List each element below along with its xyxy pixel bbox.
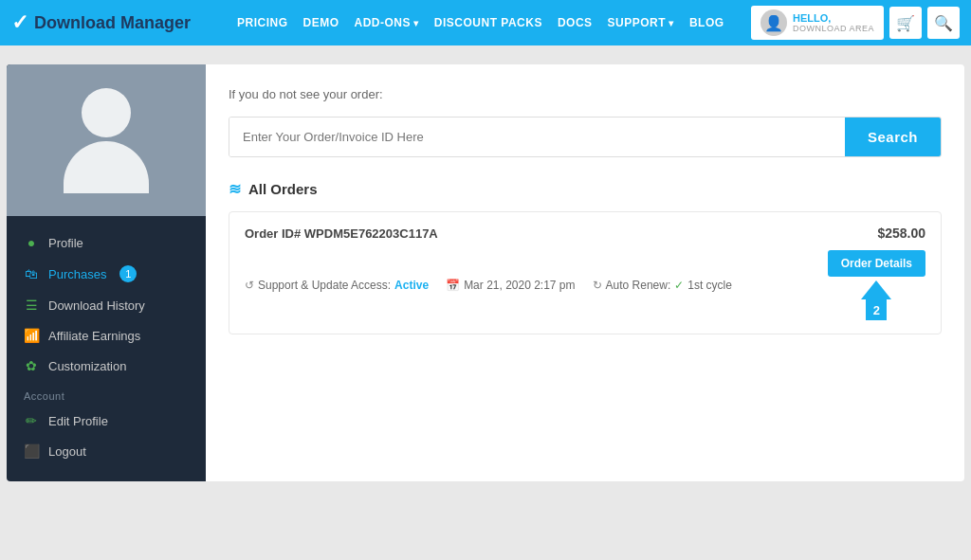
sidebar-item-logout[interactable]: ⬛ Logout — [7, 436, 206, 466]
sidebar-item-label-affiliate: Affiliate Earnings — [48, 329, 140, 343]
sidebar-item-edit-profile[interactable]: ✏ Edit Profile — [7, 406, 206, 436]
all-orders-label: All Orders — [248, 181, 318, 197]
purchases-badge: 1 — [119, 265, 137, 282]
arrow2-label: 2 — [873, 303, 880, 317]
edit-profile-icon: ✏ — [24, 413, 39, 428]
order-meta: ↺ Support & Update Access: Active 📅 Mar … — [245, 279, 732, 292]
avatar-figure — [64, 88, 149, 193]
avatar-head — [82, 88, 131, 137]
support-status: Active — [394, 279, 429, 292]
order-price: $258.00 — [877, 226, 925, 241]
main-wrapper: ● Profile 🛍 Purchases 1 1 ☰ — [7, 64, 964, 481]
sidebar-item-label-profile: Profile — [48, 236, 83, 250]
sidebar-item-label-edit-profile: Edit Profile — [48, 414, 108, 428]
calendar-icon: 📅 — [446, 279, 460, 292]
support-meta: ↺ Support & Update Access: Active — [245, 279, 429, 292]
search-button[interactable]: Search — [845, 117, 941, 156]
order-search-input[interactable] — [229, 117, 845, 156]
header-right: 👤 HELLO, DOWNLOAD AREA 🛒 🔍 — [751, 6, 960, 40]
avatar-body — [64, 141, 149, 193]
sidebar-item-label-customization: Customization — [48, 359, 126, 373]
nav-blog[interactable]: BLOG — [689, 16, 724, 29]
sidebar-item-label-purchases: Purchases — [48, 267, 106, 281]
order-card: Order ID# WPDM5E762203C117A $258.00 ↺ Su… — [229, 211, 942, 334]
renew-label: Auto Renew: — [606, 279, 671, 292]
hello-text-block: HELLO, DOWNLOAD AREA — [793, 12, 874, 33]
all-orders-header: ≋ All Orders — [229, 180, 942, 198]
customization-icon: ✿ — [24, 358, 39, 373]
order-top: Order ID# WPDM5E762203C117A $258.00 — [245, 226, 925, 241]
order-date: Mar 21, 2020 2:17 pm — [464, 279, 575, 292]
main-nav: PRICING DEMO ADD-ONS DISCOUNT PACKS DOCS… — [237, 16, 734, 29]
renew-icon: ↻ — [593, 279, 602, 292]
nav-demo[interactable]: DEMO — [303, 16, 339, 29]
header: ✓ Download Manager PRICING DEMO ADD-ONS … — [0, 0, 971, 45]
renew-meta: ↻ Auto Renew: ✓ 1st cycle — [593, 279, 732, 292]
order-hint: If you do not see your order: — [229, 87, 942, 101]
sidebar-menu: ● Profile 🛍 Purchases 1 1 ☰ — [7, 216, 206, 478]
logo-check-icon: ✓ — [11, 10, 28, 35]
account-section-label: Account — [7, 381, 206, 406]
renew-check: ✓ — [674, 279, 684, 292]
order-id: Order ID# WPDM5E762203C117A — [245, 226, 438, 241]
logo: ✓ Download Manager — [11, 10, 220, 35]
nav-discount[interactable]: DISCOUNT PACKS — [434, 16, 542, 29]
nav-docs[interactable]: DOCS — [558, 16, 593, 29]
user-hello-box[interactable]: 👤 HELLO, DOWNLOAD AREA — [751, 6, 884, 40]
sidebar: ● Profile 🛍 Purchases 1 1 ☰ — [7, 64, 206, 481]
affiliate-icon: 📶 — [24, 328, 39, 343]
sidebar-item-download-history[interactable]: ☰ Download History — [7, 290, 206, 320]
sidebar-item-purchases[interactable]: 🛍 Purchases 1 1 — [7, 258, 206, 290]
order-search-row: Search — [229, 117, 942, 157]
date-meta: 📅 Mar 21, 2020 2:17 pm — [446, 279, 575, 292]
sidebar-item-customization[interactable]: ✿ Customization — [7, 351, 206, 381]
sidebar-item-label-download-history: Download History — [48, 298, 145, 313]
search-button-header[interactable]: 🔍 — [927, 7, 960, 39]
nav-addons[interactable]: ADD-ONS — [355, 16, 419, 29]
purchases-icon: 🛍 — [24, 266, 39, 281]
sidebar-item-profile[interactable]: ● Profile — [7, 227, 206, 258]
search-icon: 🔍 — [934, 14, 953, 32]
profile-icon: ● — [24, 235, 39, 250]
sidebar-item-affiliate[interactable]: 📶 Affiliate Earnings — [7, 320, 206, 351]
sidebar-avatar — [7, 64, 206, 216]
user-avatar: 👤 — [760, 9, 787, 36]
cart-icon: 🛒 — [896, 14, 915, 32]
sidebar-item-label-logout: Logout — [48, 444, 86, 459]
logo-text: Download Manager — [34, 13, 191, 33]
cart-button[interactable]: 🛒 — [889, 7, 922, 39]
logout-icon: ⬛ — [24, 443, 39, 459]
download-history-icon: ☰ — [24, 298, 39, 313]
order-details-button[interactable]: Order Details — [828, 250, 925, 277]
nav-support[interactable]: SUPPORT — [608, 16, 674, 29]
support-icon: ↺ — [245, 279, 254, 292]
renew-cycle: 1st cycle — [687, 279, 732, 292]
nav-pricing[interactable]: PRICING — [237, 16, 288, 29]
hello-label: HELLO, — [793, 12, 874, 24]
order-bottom-row: ↺ Support & Update Access: Active 📅 Mar … — [245, 250, 925, 320]
support-label: Support & Update Access: — [258, 279, 391, 292]
hello-sub: DOWNLOAD AREA — [793, 24, 874, 33]
orders-icon: ≋ — [229, 180, 241, 198]
content-area: If you do not see your order: Search ≋ A… — [206, 64, 964, 481]
